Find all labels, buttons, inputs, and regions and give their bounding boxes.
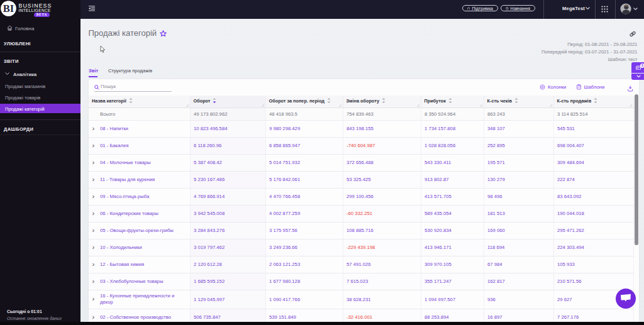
svg-text:$: $ (641, 63, 643, 67)
svg-text:BI: BI (3, 3, 14, 14)
